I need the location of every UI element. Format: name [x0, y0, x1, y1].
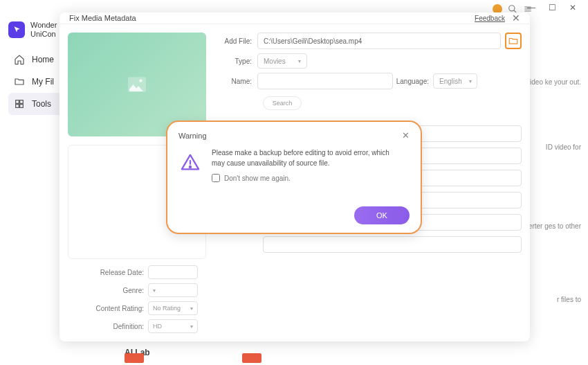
definition-label: Definition:: [113, 323, 144, 330]
addfile-label: Add File:: [216, 37, 257, 45]
bg-text-3: nverter ges to other: [521, 222, 581, 231]
window-close-button[interactable]: ✕: [566, 3, 580, 12]
folder-open-icon: [508, 37, 518, 45]
meta-field[interactable]: [263, 236, 522, 253]
bg-text-4: r files to: [557, 295, 581, 305]
type-select[interactable]: Movies: [257, 53, 307, 69]
language-select[interactable]: English: [433, 73, 477, 89]
svg-rect-5: [16, 100, 19, 104]
warning-message-line1: Please make a backup before editing to a…: [212, 148, 389, 158]
modal-close-icon[interactable]: ✕: [512, 12, 520, 24]
browse-folder-button[interactable]: [505, 33, 522, 49]
svg-point-10: [139, 79, 142, 82]
content-rating-select[interactable]: No Rating: [148, 301, 198, 315]
svg-rect-7: [16, 105, 19, 108]
left-meta-fields: Release Date: Genre: Content Rating: No …: [66, 265, 198, 337]
name-label: Name:: [216, 78, 257, 85]
sidebar-item-label: Home: [32, 55, 54, 64]
svg-point-0: [509, 6, 515, 11]
definition-select[interactable]: HD: [148, 319, 198, 333]
warning-triangle-icon: [178, 150, 202, 174]
genre-select[interactable]: [148, 283, 198, 297]
addfile-input[interactable]: [257, 33, 501, 49]
feedback-link[interactable]: Feedback: [475, 15, 505, 22]
dont-show-checkbox[interactable]: [212, 174, 220, 182]
svg-point-12: [190, 166, 191, 168]
folder-icon: [14, 76, 25, 87]
modal-header: Fix Media Metadata Feedback ✕: [59, 12, 530, 24]
brand-logo-icon: [8, 21, 25, 38]
image-placeholder-icon: [128, 77, 146, 92]
warning-message-line2: may cause unavailability of source file.: [212, 158, 389, 168]
dont-show-label: Don't show me again.: [224, 175, 291, 182]
bg-text-2: ID video for: [546, 143, 581, 152]
type-label: Type:: [216, 57, 257, 65]
language-label: Language:: [393, 78, 433, 85]
brand-name-2: UniCon: [30, 30, 57, 39]
genre-label: Genre:: [122, 287, 144, 294]
release-date-label: Release Date:: [100, 269, 144, 276]
warning-close-icon[interactable]: ✕: [402, 130, 410, 141]
dont-show-checkbox-row[interactable]: Don't show me again.: [212, 174, 389, 182]
warning-title: Warning: [178, 132, 207, 140]
content-rating-label: Content Rating:: [96, 305, 145, 312]
warning-dialog: Warning ✕ Please make a backup before ed…: [166, 121, 422, 234]
tools-icon: [14, 98, 25, 109]
home-icon: [14, 54, 25, 65]
svg-rect-8: [20, 105, 24, 108]
sidebar-item-label: My Fil: [32, 77, 54, 87]
ok-button[interactable]: OK: [354, 206, 410, 224]
svg-rect-6: [20, 100, 24, 104]
sidebar-item-label: Tools: [32, 99, 51, 109]
window-maximize-button[interactable]: ☐: [545, 3, 559, 12]
search-button[interactable]: Search: [263, 96, 302, 110]
modal-title: Fix Media Metadata: [69, 14, 136, 22]
release-date-input[interactable]: [148, 265, 198, 279]
brand-name-1: Wonder: [30, 21, 57, 30]
name-input[interactable]: [257, 73, 393, 89]
